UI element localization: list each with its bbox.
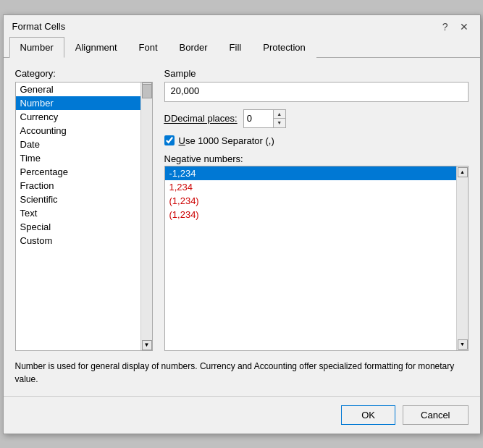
- list-item-number[interactable]: Number: [16, 96, 140, 110]
- tab-protection[interactable]: Protection: [252, 37, 316, 58]
- tab-content: Category: General Number Currency Accoun…: [4, 58, 480, 396]
- spinner-buttons: ▲ ▼: [273, 110, 285, 127]
- title-bar-controls: ? ✕: [440, 21, 471, 33]
- category-list-inner: General Number Currency Accounting Date …: [16, 83, 140, 248]
- ok-button[interactable]: OK: [341, 405, 395, 425]
- list-item-custom[interactable]: Custom: [16, 234, 140, 248]
- right-panel: Sample 20,000 DDecimal places: ▲ ▼: [164, 68, 469, 351]
- list-item-currency[interactable]: Currency: [16, 110, 140, 124]
- sample-group: Sample 20,000: [164, 68, 469, 102]
- decimal-places-label: DDecimal places:: [164, 113, 238, 124]
- description-text: Number is used for general display of nu…: [15, 360, 469, 386]
- list-item-fraction[interactable]: Fraction: [16, 179, 140, 193]
- help-button[interactable]: ?: [440, 21, 451, 33]
- sample-label: Sample: [164, 68, 469, 79]
- list-item-percentage[interactable]: Percentage: [16, 165, 140, 179]
- scrollbar-down-arrow[interactable]: ▼: [142, 340, 152, 350]
- tab-font[interactable]: Font: [128, 37, 169, 58]
- list-item-general[interactable]: General: [16, 83, 140, 96]
- format-cells-dialog: Format Cells ? ✕ Number Alignment Font B…: [3, 14, 481, 434]
- category-label: Category:: [15, 68, 153, 79]
- separator-checkbox[interactable]: [164, 135, 175, 145]
- neg-item-1[interactable]: -1,234: [165, 166, 456, 180]
- list-item-scientific[interactable]: Scientific: [16, 193, 140, 206]
- tab-border[interactable]: Border: [169, 37, 219, 58]
- tab-bar: Number Alignment Font Border Fill Protec…: [4, 37, 480, 58]
- neg-item-4[interactable]: (1,234): [165, 208, 456, 221]
- left-panel: Category: General Number Currency Accoun…: [15, 68, 153, 351]
- neg-list-items: -1,234 1,234 (1,234) (1,234): [165, 166, 456, 221]
- main-area: Category: General Number Currency Accoun…: [15, 68, 469, 351]
- scrollbar-thumb[interactable]: [142, 84, 152, 98]
- negative-numbers-container: Negative numbers: -1,234 1,234 (1,234) (…: [164, 153, 469, 351]
- list-item-special[interactable]: Special: [16, 220, 140, 234]
- negative-numbers-listbox[interactable]: -1,234 1,234 (1,234) (1,234) ▲ ▼: [164, 166, 469, 351]
- cancel-button[interactable]: Cancel: [403, 405, 468, 425]
- category-listbox[interactable]: General Number Currency Accounting Date …: [15, 82, 153, 351]
- title-bar: Format Cells ? ✕: [4, 15, 480, 37]
- decimal-places-spinner: ▲ ▼: [243, 109, 286, 128]
- list-item-accounting[interactable]: Accounting: [16, 124, 140, 138]
- sample-value: 20,000: [164, 82, 469, 102]
- footer: OK Cancel: [4, 396, 480, 434]
- tab-alignment[interactable]: Alignment: [64, 37, 128, 58]
- neg-item-3[interactable]: (1,234): [165, 194, 456, 208]
- spinner-up-button[interactable]: ▲: [274, 110, 285, 119]
- list-item-date[interactable]: Date: [16, 138, 140, 151]
- spinner-down-button[interactable]: ▼: [274, 119, 285, 127]
- negative-numbers-label: Negative numbers:: [164, 153, 469, 164]
- close-button[interactable]: ✕: [457, 21, 471, 33]
- list-item-time[interactable]: Time: [16, 151, 140, 165]
- separator-row: Use 1000 Separator (,): [164, 135, 469, 146]
- decimal-places-input[interactable]: [244, 110, 273, 127]
- neg-scroll-down[interactable]: ▼: [458, 339, 468, 350]
- neg-scroll-up[interactable]: ▲: [458, 167, 468, 177]
- decimal-places-row: DDecimal places: ▲ ▼: [164, 109, 469, 128]
- dialog-title: Format Cells: [12, 21, 66, 32]
- list-item-text[interactable]: Text: [16, 206, 140, 220]
- category-scrollbar[interactable]: ▲ ▼: [140, 83, 152, 350]
- tab-number[interactable]: Number: [9, 37, 64, 58]
- neg-scrollbar[interactable]: ▲ ▼: [456, 166, 468, 350]
- neg-item-2[interactable]: 1,234: [165, 180, 456, 194]
- tab-fill[interactable]: Fill: [219, 37, 253, 58]
- separator-label[interactable]: Use 1000 Separator (,): [179, 135, 274, 146]
